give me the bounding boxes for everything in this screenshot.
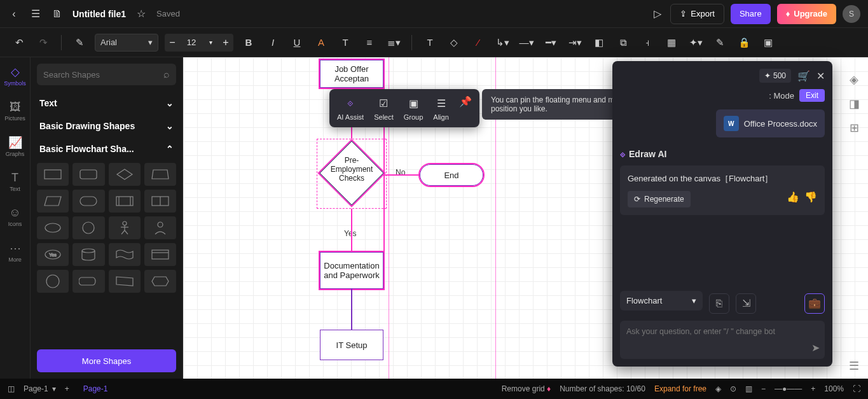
page-select[interactable]: Page-1▾ [24, 384, 56, 393]
shape-loop[interactable] [144, 270, 176, 293]
undo-icon[interactable]: ↶ [10, 34, 28, 52]
search-shapes[interactable]: ⌕ [37, 64, 176, 85]
copy-icon[interactable]: ⧉ [614, 34, 632, 52]
select-button[interactable]: ☑Select [374, 95, 394, 121]
rail-symbols[interactable]: ◇Symbols [3, 62, 28, 89]
zoom-out-icon[interactable]: − [761, 384, 766, 393]
grid-icon[interactable]: ⊞ [850, 121, 859, 135]
line-weight-icon[interactable]: ━▾ [542, 34, 560, 52]
node-end[interactable]: End [420, 164, 483, 186]
insert-icon[interactable]: ⎘ [709, 293, 729, 314]
zoom-slider[interactable]: —●—— [775, 384, 802, 393]
shape-display[interactable] [144, 163, 176, 186]
edit-icon[interactable]: ✎ [711, 34, 729, 52]
rail-text[interactable]: TText [3, 169, 28, 195]
font-select[interactable]: Arial▾ [95, 34, 158, 52]
bold-icon[interactable]: B [240, 34, 258, 52]
more-icon[interactable]: ☰ [849, 359, 859, 373]
distribute-icon[interactable]: ▦ [663, 34, 680, 52]
floating-menu[interactable]: ⟐AI Assist ☑Select ▣Group ☰Align 📌 [329, 89, 479, 127]
star-icon[interactable]: ☆ [135, 8, 148, 20]
page-tab[interactable]: Page-1 [78, 384, 113, 393]
remove-grid-button[interactable]: Remove grid ♦ [502, 384, 551, 393]
format-painter-icon[interactable]: ✎ [71, 34, 88, 52]
cat-basic-flowchart[interactable]: Basic Flowchart Sha...⌃ [37, 137, 176, 160]
export-icon[interactable]: ⇲ [736, 293, 756, 314]
ruler-icon[interactable]: ▥ [745, 384, 752, 393]
align-objects-icon[interactable]: ⫞ [638, 34, 656, 52]
export-button[interactable]: ⇪Export [670, 4, 724, 24]
lock-icon[interactable]: 🔒 [735, 34, 753, 52]
panel-icon[interactable]: ◨ [849, 97, 860, 111]
share-button[interactable]: Share [731, 4, 771, 24]
file-icon[interactable]: 🗎 [51, 8, 64, 20]
search-input[interactable] [43, 70, 163, 80]
rail-more[interactable]: ⋯More [3, 239, 28, 265]
menu-icon[interactable]: ☰ [29, 8, 42, 20]
credits-badge[interactable]: ✦500 [759, 69, 791, 83]
rail-icons[interactable]: ☺Icons [3, 204, 28, 230]
zoom-in-icon[interactable]: + [811, 384, 815, 393]
size-minus[interactable]: − [165, 37, 180, 48]
shape-diamond[interactable] [109, 163, 141, 186]
expand-button[interactable]: Expand for free [654, 384, 706, 393]
shape-actor[interactable] [109, 216, 141, 239]
shape-stadium[interactable] [72, 190, 104, 213]
line-style-icon[interactable]: —▾ [518, 34, 535, 52]
group-button[interactable]: ▣Group [404, 95, 424, 121]
ai-input[interactable]: Ask your question, or enter "/ " change … [620, 321, 825, 359]
pages-icon[interactable]: ◫ [8, 384, 15, 393]
thumbs-up-icon[interactable]: 👍 [787, 191, 799, 203]
shape-roundrect[interactable] [72, 163, 104, 186]
node-it[interactable]: IT Setup [320, 330, 383, 360]
shape-tape[interactable] [109, 243, 141, 266]
theme-icon[interactable]: ◈ [850, 73, 858, 87]
back-icon[interactable]: ‹ [8, 8, 20, 20]
connector-icon[interactable]: ↳▾ [493, 34, 511, 52]
search-icon[interactable]: ⌕ [163, 69, 170, 80]
shape-ellipse[interactable] [37, 216, 69, 239]
align-button[interactable]: ☰Align [433, 95, 448, 121]
shape-user[interactable] [144, 216, 176, 239]
stroke-color-icon[interactable]: ∕ [469, 34, 487, 52]
line-height-icon[interactable]: ≣▾ [385, 34, 403, 52]
font-color-icon[interactable]: A [312, 34, 330, 52]
pin-icon[interactable]: 📌 [459, 95, 472, 108]
connector[interactable] [383, 121, 385, 274]
cat-basic-drawing[interactable]: Basic Drawing Shapes⌄ [37, 115, 176, 137]
redo-icon[interactable]: ↷ [34, 34, 52, 52]
ai-assist-button[interactable]: ⟐AI Assist [337, 95, 364, 121]
exit-button[interactable]: Exit [799, 89, 825, 102]
diagram-type-select[interactable]: Flowchart▾ [620, 291, 703, 311]
more-shapes-button[interactable]: More Shapes [37, 349, 176, 372]
briefcase-icon[interactable]: 💼 [804, 293, 825, 314]
focus-icon[interactable]: ⊙ [730, 384, 736, 393]
italic-icon[interactable]: I [264, 34, 282, 52]
fullscreen-icon[interactable]: ⛶ [853, 384, 860, 393]
rail-graphs[interactable]: 📈Graphs [3, 133, 28, 160]
shape-yes[interactable]: Yes [37, 243, 69, 266]
arrow-style-icon[interactable]: ⇥▾ [566, 34, 584, 52]
shape-stored[interactable] [144, 190, 176, 213]
shape-parallelogram[interactable] [37, 190, 69, 213]
connector[interactable] [351, 209, 352, 252]
shape-cylinder2[interactable] [72, 270, 104, 293]
regenerate-button[interactable]: ⟳Regenerate [628, 191, 691, 207]
node-offer[interactable]: Job Offer Acceptan [320, 60, 383, 88]
shape-circle[interactable] [72, 216, 104, 239]
effects-icon[interactable]: ✦▾ [687, 34, 705, 52]
underline-icon[interactable]: U [288, 34, 306, 52]
connector[interactable] [382, 174, 419, 176]
close-icon[interactable]: ✕ [816, 70, 825, 82]
thumbs-down-icon[interactable]: 👎 [804, 191, 817, 203]
upgrade-button[interactable]: ♦Upgrade [777, 4, 836, 24]
align-text-icon[interactable]: ≡ [361, 34, 378, 52]
cat-text[interactable]: Text⌄ [37, 92, 176, 115]
rail-pictures[interactable]: 🖼Pictures [3, 98, 28, 124]
text-tool-icon[interactable]: T [421, 34, 439, 52]
add-page-icon[interactable]: + [65, 384, 69, 393]
node-docs[interactable]: Documentation and Paperwork [320, 252, 383, 289]
shape-rect[interactable] [37, 163, 69, 186]
avatar[interactable]: S [843, 5, 860, 23]
shape-manual[interactable] [109, 270, 141, 293]
